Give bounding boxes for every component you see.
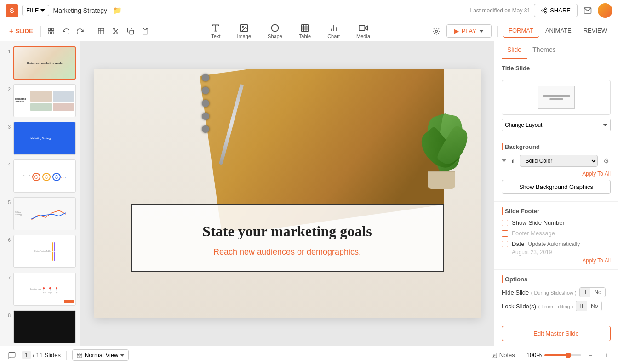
folder-icon: 📁 [113,6,122,15]
apply-all-link[interactable]: Apply To All [502,171,611,177]
hide-slide-ii-btn[interactable]: II [580,288,590,297]
slide-thumb-5[interactable]: 5 Selling Strategy [3,196,77,232]
page-total: / 11 Slides [33,352,61,358]
tab-slide[interactable]: Slide [502,41,527,59]
table-tool[interactable]: Table [295,22,315,41]
options-title: Options [505,276,527,283]
zoom-out-icon[interactable]: − [584,349,597,362]
lock-slide-toggle: II No [576,301,602,311]
svg-line-16 [114,29,118,33]
hide-slide-no-btn[interactable]: No [590,288,605,297]
zoom-thumb[interactable] [566,353,571,358]
svg-point-24 [271,24,278,31]
fill-triangle-icon [502,159,506,162]
add-slide-button[interactable]: + SLIDE [6,25,37,37]
date-input[interactable] [528,241,611,247]
copy-icon[interactable] [124,25,137,38]
hide-slide-sublabel: ( During Slideshow ) [531,290,577,296]
lock-slide-ii-btn[interactable]: II [576,301,587,311]
svg-rect-38 [77,356,79,358]
notes-button[interactable]: Notes [491,352,515,358]
layout-line-1 [543,95,570,97]
redo-icon[interactable] [74,25,87,38]
share-button[interactable]: SHARE [534,4,578,17]
zoom-in-icon[interactable]: + [600,349,612,362]
svg-point-1 [542,10,544,11]
slide-thumb-6[interactable]: 6 Online Pricing Table ● ● ● [3,233,77,269]
canvas-area: State your marketing goals Reach new aud… [80,41,494,346]
hide-slide-toggle: II No [579,287,606,297]
image-tool[interactable]: Image [233,22,255,41]
show-slide-number-label: Show Slide Number [512,219,565,226]
options-red-accent [502,275,503,283]
footer-message-checkbox[interactable] [502,230,508,237]
grid-icon[interactable] [95,25,108,38]
toolbar: + SLIDE Text [0,21,618,41]
view-selector[interactable]: Normal View [72,349,129,361]
tab-animate[interactable]: ANIMATE [540,24,577,38]
date-value: August 23, 2019 [502,249,611,256]
hide-slide-row: Hide Slide ( During Slideshow ) II No [502,287,611,297]
date-checkbox[interactable] [502,241,508,247]
lock-slide-label: Lock Slide(s) [502,303,536,310]
svg-rect-10 [98,28,104,34]
text-tool[interactable]: Text [207,22,224,41]
media-tool[interactable]: Media [353,22,374,41]
slide-thumb-7[interactable]: 7 Location map 📍 City 1 📍 City 2 📍 City … [3,271,77,307]
view-label: Normal View [85,352,118,358]
file-button[interactable]: FILE [22,5,49,16]
slide-thumb-4[interactable]: 4 Sales Plan ● ● ● [3,158,77,194]
svg-point-14 [113,28,114,29]
avatar[interactable] [598,3,612,18]
bottom-bar: 1 / 11 Slides Normal View Notes 100% − + [0,346,618,364]
cut-icon[interactable] [109,25,122,38]
tab-format[interactable]: FORMAT [503,24,539,38]
footer-red-accent [502,207,503,215]
slide-thumb-3[interactable]: 3 Marketing Strategy [3,120,77,156]
comment-icon[interactable] [6,349,18,362]
svg-rect-25 [302,24,309,31]
svg-point-2 [545,11,547,13]
date-label: Date [512,240,524,247]
format-tabs: FORMAT ANIMATE REVIEW [503,24,612,38]
svg-point-35 [435,30,437,32]
svg-rect-36 [77,353,79,354]
slide-thumb-2[interactable]: 2 Marketing Account [3,83,77,119]
show-slide-number-row: Show Slide Number [502,219,611,226]
change-layout-button[interactable]: Change Layout [502,119,611,131]
mail-icon[interactable] [581,4,594,17]
footer-apply-all-link[interactable]: Apply To All [502,257,611,264]
tab-review[interactable]: REVIEW [578,24,612,38]
background-section: Background Fill Solid Color Gradient Ima… [494,137,618,201]
shape-tool[interactable]: Shape [264,22,286,41]
layout-view-icon[interactable] [45,25,57,38]
show-background-button[interactable]: Show Background Graphics [502,180,611,194]
slide-box: State your marketing goals Reach new aud… [131,204,444,272]
zoom-slider[interactable] [544,354,581,356]
slide-thumb-1[interactable]: 1 State your marketing goals [3,45,77,81]
tab-themes[interactable]: Themes [527,41,561,59]
notes-label: Notes [499,352,515,358]
edit-master-button[interactable]: Edit Master Slide [502,326,611,341]
undo-icon[interactable] [59,25,72,38]
slide-thumb-8[interactable]: 8 [3,309,77,345]
layout-line-2 [549,98,563,100]
red-accent [502,143,503,150]
layout-title: Title Slide [502,65,530,72]
background-title: Background [505,143,540,150]
fill-select[interactable]: Solid Color Gradient Image Pattern [520,155,598,167]
fill-gear-icon[interactable]: ⚙ [601,156,611,165]
footer-message-row: Footer Message [502,230,611,237]
play-button[interactable]: ▶ PLAY [446,24,492,38]
slide-subtitle: Reach new audiences or demographics. [160,247,415,257]
show-slide-number-checkbox[interactable] [502,220,508,226]
slide-canvas[interactable]: State your marketing goals Reach new aud… [94,69,481,318]
lock-slide-no-btn[interactable]: No [587,301,601,311]
paste-icon[interactable] [139,25,152,38]
current-page[interactable]: 1 [22,351,31,359]
settings-icon[interactable] [430,25,443,38]
slide-main-title: State your marketing goals [160,223,415,240]
svg-line-3 [543,11,545,11]
chart-tool[interactable]: Chart [324,22,343,41]
lock-slide-sublabel: ( From Editing ) [538,304,573,309]
